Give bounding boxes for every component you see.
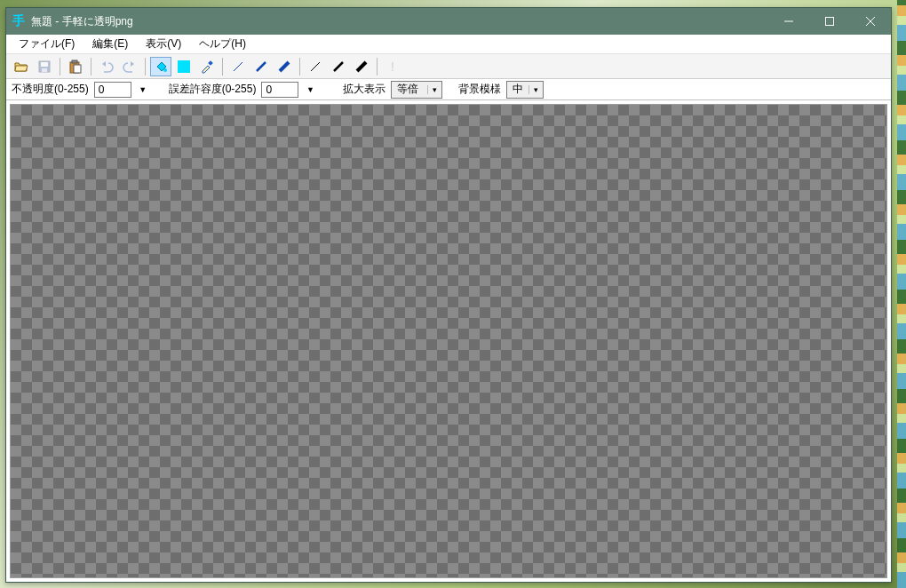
app-icon: 手 — [12, 14, 26, 28]
svg-rect-2 — [41, 62, 48, 67]
bucket-tool-button[interactable] — [150, 57, 171, 76]
chevron-down-icon: ▾ — [427, 85, 441, 94]
window-title: 無題 - 手軽に透明png — [31, 14, 768, 29]
info-button[interactable]: ! — [382, 57, 403, 76]
zoom-label: 拡大表示 — [343, 82, 385, 97]
eraser-mid-button[interactable] — [328, 57, 349, 76]
zoom-value: 等倍 — [392, 82, 427, 97]
toolbar-separator — [299, 58, 300, 75]
toolbar-separator — [377, 58, 378, 75]
info-icon: ! — [391, 60, 394, 74]
menu-file[interactable]: ファイル(F) — [10, 35, 83, 53]
bg-pattern-select[interactable]: 中 ▾ — [506, 81, 544, 99]
close-button[interactable] — [850, 8, 891, 35]
svg-rect-5 — [72, 60, 77, 63]
minimize-button[interactable] — [768, 8, 809, 35]
tolerance-label: 誤差許容度(0-255) — [169, 82, 257, 97]
eraser-thick-button[interactable] — [351, 57, 372, 76]
svg-rect-0 — [826, 18, 834, 26]
save-button[interactable] — [34, 57, 55, 76]
undo-button[interactable] — [96, 57, 117, 76]
tolerance-spin-icon[interactable]: ▼ — [304, 82, 316, 98]
brush-mid-button[interactable] — [250, 57, 272, 76]
svg-rect-6 — [74, 65, 81, 73]
bg-pattern-value: 中 — [507, 82, 528, 97]
svg-rect-3 — [42, 68, 47, 72]
opacity-label: 不透明度(0-255) — [12, 82, 89, 97]
maximize-button[interactable] — [809, 8, 850, 35]
opacity-input[interactable] — [94, 82, 131, 98]
bg-pattern-label: 背景模様 — [458, 82, 501, 97]
toolbar-separator — [91, 58, 91, 75]
tolerance-input[interactable] — [261, 82, 298, 98]
opacity-spin-icon[interactable]: ▼ — [137, 82, 149, 98]
app-window: 手 無題 - 手軽に透明png ファイル(F) 編集(E) 表示(V) ヘルプ(… — [5, 7, 892, 583]
zoom-select[interactable]: 等倍 ▾ — [391, 81, 442, 99]
svg-rect-9 — [208, 60, 213, 66]
toolbar: ! — [6, 54, 891, 79]
eyedropper-button[interactable] — [196, 57, 218, 76]
open-button[interactable] — [11, 57, 32, 76]
brush-thick-button[interactable] — [274, 57, 295, 76]
menu-edit[interactable]: 編集(E) — [83, 35, 137, 53]
toolbar-separator — [222, 58, 223, 75]
toolbar-separator — [145, 58, 146, 75]
paste-button[interactable] — [65, 57, 86, 76]
eraser-thin-button[interactable] — [305, 57, 326, 76]
menubar: ファイル(F) 編集(E) 表示(V) ヘルプ(H) — [6, 35, 891, 54]
menu-view[interactable]: 表示(V) — [137, 35, 190, 53]
titlebar[interactable]: 手 無題 - 手軽に透明png — [6, 8, 891, 35]
desktop-side-strip — [897, 0, 906, 588]
toolbar-separator — [60, 58, 60, 75]
chevron-down-icon: ▾ — [528, 85, 543, 94]
canvas[interactable] — [10, 104, 887, 578]
color-swatch-button[interactable] — [173, 57, 195, 76]
options-bar: 不透明度(0-255) ▼ 誤差許容度(0-255) ▼ 拡大表示 等倍 ▾ 背… — [6, 79, 891, 100]
svg-point-7 — [163, 68, 167, 72]
brush-thin-button[interactable] — [227, 57, 249, 76]
redo-button[interactable] — [119, 57, 140, 76]
menu-help[interactable]: ヘルプ(H) — [190, 35, 255, 53]
svg-rect-8 — [178, 60, 190, 73]
canvas-container — [6, 100, 891, 582]
